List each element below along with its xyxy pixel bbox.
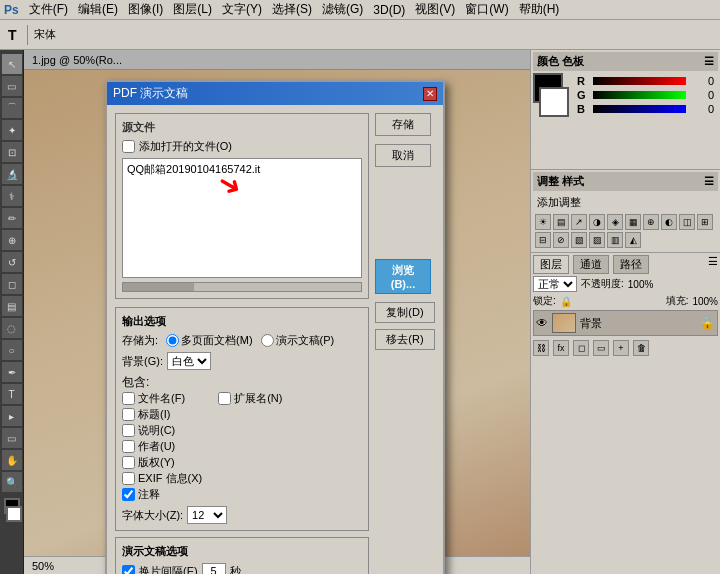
layers-menu-icon[interactable]: ☰: [708, 255, 718, 274]
presentation-radio[interactable]: [261, 334, 274, 347]
include-col-left: 文件名(F) 标题(I) 说明(C): [122, 391, 202, 502]
extension-checkbox[interactable]: [218, 392, 231, 405]
menu-text[interactable]: 文字(Y): [222, 1, 262, 18]
b-value: 0: [690, 103, 714, 115]
menu-3d[interactable]: 3D(D): [373, 3, 405, 17]
spot-heal-tool[interactable]: ⚕: [2, 186, 22, 206]
menu-help[interactable]: 帮助(H): [519, 1, 560, 18]
zoom-tool[interactable]: 🔍: [2, 472, 22, 492]
menu-select[interactable]: 选择(S): [272, 1, 312, 18]
filename-checkbox[interactable]: [122, 392, 135, 405]
filename-label: 文件名(F): [138, 391, 185, 406]
clone-tool[interactable]: ⊕: [2, 230, 22, 250]
layer-style-btn[interactable]: fx: [553, 340, 569, 356]
brush-tool[interactable]: ✏: [2, 208, 22, 228]
b-slider[interactable]: [593, 105, 686, 113]
lock-icon[interactable]: 🔒: [560, 296, 572, 307]
posterize-icon[interactable]: ▧: [571, 232, 587, 248]
lasso-tool[interactable]: ⌒: [2, 98, 22, 118]
levels-icon[interactable]: ▤: [553, 214, 569, 230]
colorbalance-icon[interactable]: ⊕: [643, 214, 659, 230]
adjust-panel: 调整 样式 ☰ 添加调整 ☀ ▤ ↗ ◑ ◈ ▦ ⊕ ◐ ◫ ⊞ ⊟ ⊘ ▧ ▨…: [531, 170, 720, 253]
bg-select[interactable]: 白色: [167, 352, 211, 370]
background-swatch[interactable]: [539, 87, 569, 117]
tab-channels[interactable]: 通道: [573, 255, 609, 274]
pen-tool[interactable]: ✒: [2, 362, 22, 382]
menu-view[interactable]: 视图(V): [415, 1, 455, 18]
hand-tool[interactable]: ✋: [2, 450, 22, 470]
blackwhite-icon[interactable]: ◐: [661, 214, 677, 230]
select-tool[interactable]: ▭: [2, 76, 22, 96]
menu-window[interactable]: 窗口(W): [465, 1, 508, 18]
threshold-icon[interactable]: ▨: [589, 232, 605, 248]
fontsize-select[interactable]: 12: [187, 506, 227, 524]
advance-seconds-input[interactable]: [202, 563, 226, 574]
dialog-close-button[interactable]: ✕: [423, 87, 437, 101]
desc-checkbox[interactable]: [122, 424, 135, 437]
curves-icon[interactable]: ↗: [571, 214, 587, 230]
photofilter-icon[interactable]: ◫: [679, 214, 695, 230]
gradient-tool[interactable]: ▤: [2, 296, 22, 316]
adjust-menu-icon[interactable]: ☰: [704, 175, 714, 188]
link-layers-btn[interactable]: ⛓: [533, 340, 549, 356]
menu-layer[interactable]: 图层(L): [173, 1, 212, 18]
layer-mode-select[interactable]: 正常: [533, 276, 577, 292]
save-button[interactable]: 存储: [375, 113, 431, 136]
g-slider[interactable]: [593, 91, 686, 99]
shape-tool[interactable]: ▭: [2, 428, 22, 448]
new-layer-btn[interactable]: +: [613, 340, 629, 356]
background-color[interactable]: [6, 506, 22, 522]
panel-menu-icon[interactable]: ☰: [704, 55, 714, 68]
tab-layers[interactable]: 图层: [533, 255, 569, 274]
type-tool-left[interactable]: T: [2, 384, 22, 404]
exposure-icon[interactable]: ◑: [589, 214, 605, 230]
advance-checkbox[interactable]: [122, 565, 135, 575]
hue-icon[interactable]: ▦: [625, 214, 641, 230]
eyedropper-tool[interactable]: 🔬: [2, 164, 22, 184]
duplicate-button[interactable]: 复制(D): [375, 302, 435, 323]
type-tool[interactable]: T: [4, 27, 21, 43]
cancel-button[interactable]: 取消: [375, 144, 431, 167]
move-tool[interactable]: ↖: [2, 54, 22, 74]
font-name[interactable]: 宋体: [34, 27, 56, 42]
author-checkbox[interactable]: [122, 440, 135, 453]
r-label: R: [577, 75, 589, 87]
dialog-main-content: 源文件 添加打开的文件(O) QQ邮箱20190104165742.it: [115, 113, 369, 574]
channelmixer-icon[interactable]: ⊞: [697, 214, 713, 230]
blur-tool[interactable]: ◌: [2, 318, 22, 338]
gradient-map-icon[interactable]: ▥: [607, 232, 623, 248]
tab-paths[interactable]: 路径: [613, 255, 649, 274]
brightness-icon[interactable]: ☀: [535, 214, 551, 230]
eraser-tool[interactable]: ◻: [2, 274, 22, 294]
new-group-btn[interactable]: ▭: [593, 340, 609, 356]
menu-filter[interactable]: 滤镜(G): [322, 1, 363, 18]
file-list-area[interactable]: QQ邮箱20190104165742.it: [122, 158, 362, 278]
dodge-tool[interactable]: ○: [2, 340, 22, 360]
add-open-files-checkbox[interactable]: [122, 140, 135, 153]
r-slider[interactable]: [593, 77, 686, 85]
delete-layer-btn[interactable]: 🗑: [633, 340, 649, 356]
canvas-tab[interactable]: 1.jpg @ 50%(Ro...: [24, 50, 530, 70]
selective-color-icon[interactable]: ◭: [625, 232, 641, 248]
notes-checkbox[interactable]: [122, 488, 135, 501]
exif-checkbox[interactable]: [122, 472, 135, 485]
copyright-checkbox[interactable]: [122, 456, 135, 469]
history-brush-tool[interactable]: ↺: [2, 252, 22, 272]
move-button[interactable]: 移去(R): [375, 329, 435, 350]
layer-visibility-icon[interactable]: 👁: [536, 316, 548, 330]
vibrance-icon[interactable]: ◈: [607, 214, 623, 230]
horizontal-scrollbar[interactable]: [122, 282, 362, 292]
magic-wand-tool[interactable]: ✦: [2, 120, 22, 140]
crop-tool[interactable]: ⊡: [2, 142, 22, 162]
menu-edit[interactable]: 编辑(E): [78, 1, 118, 18]
layer-item-background[interactable]: 👁 背景 🔒: [533, 310, 718, 336]
multipage-radio[interactable]: [166, 334, 179, 347]
menu-file[interactable]: 文件(F): [29, 1, 68, 18]
colorlookup-icon[interactable]: ⊟: [535, 232, 551, 248]
path-select-tool[interactable]: ▸: [2, 406, 22, 426]
browse-button[interactable]: 浏览(B)...: [375, 259, 431, 294]
menu-image[interactable]: 图像(I): [128, 1, 163, 18]
layer-mask-btn[interactable]: ◻: [573, 340, 589, 356]
title-checkbox[interactable]: [122, 408, 135, 421]
invert-icon[interactable]: ⊘: [553, 232, 569, 248]
